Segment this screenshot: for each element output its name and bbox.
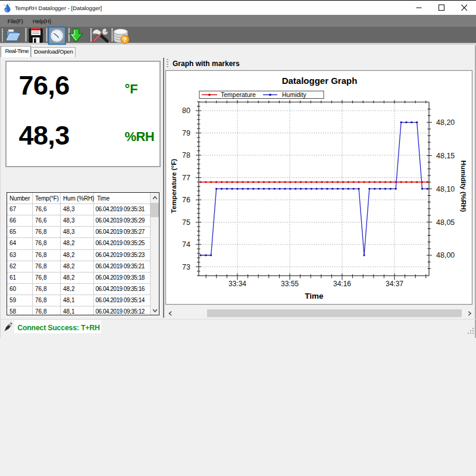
svg-text:74: 74 bbox=[182, 240, 190, 249]
svg-text:Humidity (%RH): Humidity (%RH) bbox=[460, 161, 467, 212]
svg-text:79: 79 bbox=[182, 129, 190, 137]
svg-text:33:34: 33:34 bbox=[228, 280, 246, 288]
svg-text:34:16: 34:16 bbox=[333, 280, 351, 288]
svg-text:Time: Time bbox=[305, 292, 324, 300]
svg-text:48,10: 48,10 bbox=[436, 185, 455, 193]
svg-text:Temperature: Temperature bbox=[221, 91, 256, 98]
svg-text:Temperature (°F): Temperature (°F) bbox=[170, 159, 177, 213]
svg-text:Humidity: Humidity bbox=[282, 91, 307, 98]
svg-text:33:55: 33:55 bbox=[281, 280, 299, 288]
svg-text:76: 76 bbox=[182, 196, 190, 204]
svg-text:48,05: 48,05 bbox=[436, 218, 455, 227]
svg-text:80: 80 bbox=[182, 107, 190, 115]
svg-text:48,15: 48,15 bbox=[436, 152, 455, 160]
svg-text:78: 78 bbox=[182, 151, 190, 159]
svg-text:34:37: 34:37 bbox=[386, 280, 403, 288]
svg-text:48,20: 48,20 bbox=[436, 118, 455, 127]
svg-text:73: 73 bbox=[182, 263, 190, 271]
svg-text:75: 75 bbox=[182, 218, 190, 227]
svg-text:48,00: 48,00 bbox=[436, 251, 455, 259]
svg-text:Datalogger Graph: Datalogger Graph bbox=[282, 76, 358, 86]
svg-text:77: 77 bbox=[182, 174, 190, 182]
